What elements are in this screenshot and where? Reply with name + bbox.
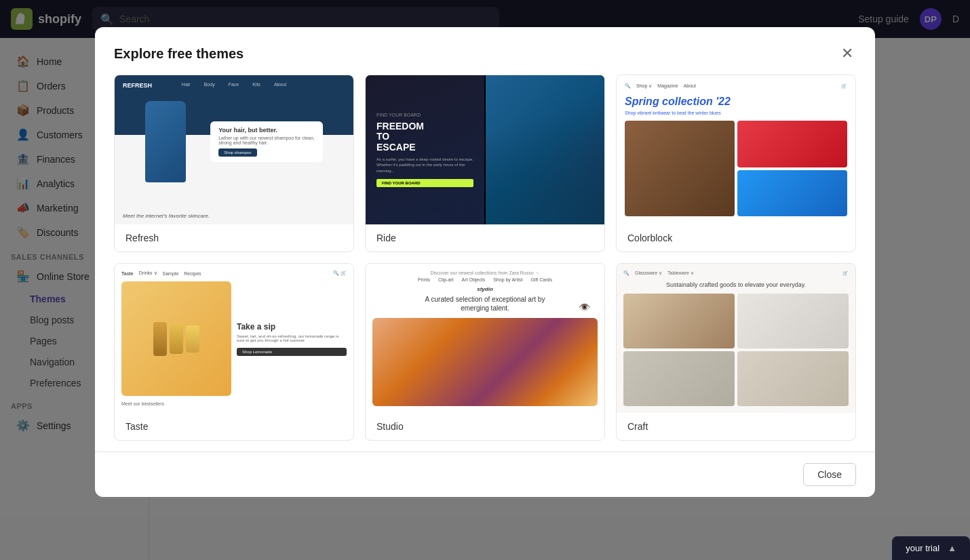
modal-footer: Close xyxy=(95,452,875,497)
modal-close-button[interactable]: ✕ xyxy=(838,43,856,64)
theme-preview-craft: 🔍 Glassware ∨Tableware ∨ 🛒 Sustainably c… xyxy=(617,264,855,413)
theme-preview-studio: Discover our newest collections from Zar… xyxy=(366,264,604,413)
theme-preview-colorblock: 🔍 Shop ∨MagazineAbout 🛒 Spring collectio… xyxy=(617,75,855,224)
theme-label-studio: Studio xyxy=(366,413,604,440)
theme-preview-refresh: Your hair, but better. Lather up with ou… xyxy=(115,75,353,224)
explore-themes-modal: Explore free themes ✕ Your hair, but bet… xyxy=(95,27,875,497)
theme-label-colorblock: Colorblock xyxy=(617,224,855,252)
theme-label-craft: Craft xyxy=(617,413,855,440)
modal-overlay[interactable]: Explore free themes ✕ Your hair, but bet… xyxy=(0,0,970,560)
expand-icon: ▲ xyxy=(948,543,956,553)
theme-card-refresh[interactable]: Your hair, but better. Lather up with ou… xyxy=(114,75,354,252)
theme-grid: Your hair, but better. Lather up with ou… xyxy=(95,75,875,452)
theme-card-taste[interactable]: Taste Drinks ∨SampleRecipes 🔍 🛒 xyxy=(114,263,354,441)
theme-card-craft[interactable]: 🔍 Glassware ∨Tableware ∨ 🛒 Sustainably c… xyxy=(616,263,856,441)
modal-title: Explore free themes xyxy=(114,46,244,62)
trial-text: your trial xyxy=(906,543,939,553)
theme-preview-ride: FIND YOUR BOARD FREEDOMTOESCAPE As a sur… xyxy=(366,75,604,224)
theme-card-ride[interactable]: FIND YOUR BOARD FREEDOMTOESCAPE As a sur… xyxy=(365,75,605,252)
theme-label-refresh: Refresh xyxy=(115,224,353,252)
footer-close-button[interactable]: Close xyxy=(803,463,856,486)
theme-preview-taste: Taste Drinks ∨SampleRecipes 🔍 🛒 xyxy=(115,264,353,413)
trial-bar[interactable]: your trial ▲ xyxy=(892,536,970,560)
theme-card-studio[interactable]: Discover our newest collections from Zar… xyxy=(365,263,605,441)
modal-header: Explore free themes ✕ xyxy=(95,27,875,75)
theme-label-taste: Taste xyxy=(115,413,353,440)
theme-label-ride: Ride xyxy=(366,224,604,252)
theme-card-colorblock[interactable]: 🔍 Shop ∨MagazineAbout 🛒 Spring collectio… xyxy=(616,75,856,252)
